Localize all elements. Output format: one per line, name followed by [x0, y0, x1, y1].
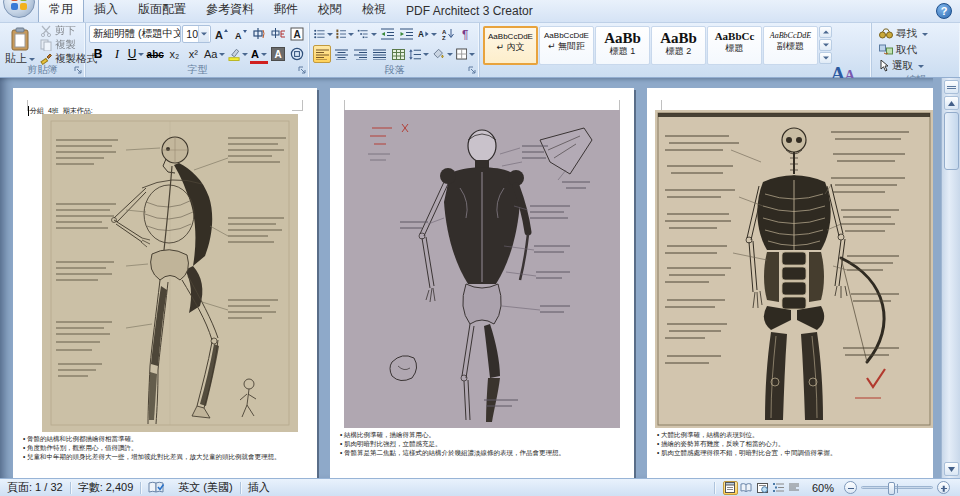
print-layout-view-button[interactable] [723, 481, 738, 495]
caption-line: • 大體比例準確，結構的表現到位。 [657, 430, 943, 439]
spellcheck-status[interactable] [141, 481, 171, 494]
replace-button[interactable]: 取代 [879, 42, 957, 57]
zoom-level[interactable]: 60% [812, 482, 834, 494]
styles-scroll-down-button[interactable] [819, 39, 832, 51]
svg-text:A: A [293, 29, 300, 40]
decrease-indent-button[interactable] [379, 25, 397, 43]
tab-home[interactable]: 常用 [38, 0, 84, 23]
caption-line: • 描繪的姿勢算有難度，反映了相當的心力。 [657, 439, 943, 448]
vertical-scrollbar[interactable] [941, 78, 960, 478]
tab-pdf-architect[interactable]: PDF Architect 3 Creator [396, 1, 543, 22]
split-handle-button[interactable] [944, 80, 959, 94]
draft-view-button[interactable] [787, 481, 802, 495]
align-right-button[interactable] [351, 45, 369, 63]
scrollbar-thumb[interactable] [944, 112, 959, 170]
split-handle-icon [947, 86, 956, 89]
styles-group: AaBbCcDdE↵ 內文 AaBbCcDdE↵ 無間距 AaBb標題 1 Aa… [480, 23, 872, 77]
show-paragraph-marks-button[interactable]: ¶ [458, 25, 476, 43]
tab-view[interactable]: 檢視 [352, 0, 396, 22]
page-indicator[interactable]: 頁面: 1 / 32 [0, 480, 70, 495]
office-button[interactable] [3, 0, 35, 18]
paste-button[interactable]: 貼上 [3, 25, 37, 63]
change-case-button[interactable]: Aa [203, 45, 226, 63]
bullets-button[interactable] [313, 25, 334, 43]
zoom-slider[interactable] [861, 486, 933, 489]
enclose-character-button[interactable] [288, 45, 306, 63]
font-name-combo[interactable]: 新細明體 (標題中文: [89, 25, 181, 43]
character-border-button[interactable]: A [288, 25, 306, 43]
character-shading-button[interactable]: A [269, 45, 287, 63]
font-color-button[interactable]: A [250, 45, 268, 63]
outline-view-button[interactable] [771, 481, 786, 495]
multilevel-list-button[interactable] [356, 25, 377, 43]
word-count[interactable]: 字數: 2,409 [71, 480, 141, 495]
zoom-in-button[interactable] [937, 481, 950, 494]
styles-gallery-more-button[interactable] [819, 52, 832, 64]
page-3[interactable]: • 大體比例準確，結構的表現到位。 • 描繪的姿勢算有難度，反映了相當的心力。 … [647, 88, 951, 478]
zoom-slider-thumb[interactable] [888, 482, 895, 495]
chevron-down-icon[interactable] [198, 26, 209, 42]
help-icon[interactable] [936, 3, 952, 19]
highlight-button[interactable] [227, 45, 249, 63]
draft-icon [789, 483, 799, 492]
han-conversion-button[interactable] [269, 25, 287, 43]
clipboard-group: 貼上 剪下 [0, 23, 86, 77]
style-heading-2[interactable]: AaBb標題 2 [651, 26, 706, 65]
clipboard-icon [10, 27, 30, 51]
sort-button[interactable]: AZ [439, 25, 457, 43]
phonetic-guide-button[interactable] [250, 25, 268, 43]
font-dialog-launcher-icon[interactable] [298, 66, 307, 75]
style-subtitle[interactable]: AaBbCcDdE副標題 [763, 26, 818, 65]
borders-button[interactable] [455, 45, 476, 63]
scissors-icon [40, 25, 52, 37]
view-shortcuts [723, 481, 802, 495]
tab-mailings[interactable]: 郵件 [264, 0, 308, 22]
tab-page-layout[interactable]: 版面配置 [128, 0, 196, 22]
style-title[interactable]: AaBbCc標題 [707, 26, 762, 65]
numbering-button[interactable] [335, 25, 356, 43]
font-size-combo[interactable]: 10 [182, 25, 211, 43]
insert-mode-indicator[interactable]: 插入 [241, 480, 277, 495]
asian-layout-button[interactable]: A [417, 25, 438, 43]
italic-button[interactable]: I [108, 45, 126, 63]
fullscreen-reading-view-button[interactable] [739, 481, 754, 495]
tab-review[interactable]: 校閱 [308, 0, 352, 22]
increase-indent-button[interactable] [398, 25, 416, 43]
web-layout-view-button[interactable] [755, 481, 770, 495]
strikethrough-button[interactable]: abc [146, 45, 164, 63]
justify-button[interactable] [370, 45, 388, 63]
tab-references[interactable]: 參考資料 [196, 0, 264, 22]
shrink-font-button[interactable]: A [231, 25, 249, 43]
subscript-button[interactable]: x₂ [165, 45, 183, 63]
scroll-up-button[interactable] [944, 96, 959, 110]
ribbon-body: 貼上 剪下 [0, 22, 960, 78]
language-indicator[interactable]: 英文 (美國) [171, 480, 239, 495]
line-spacing-button[interactable] [408, 45, 430, 63]
tab-insert[interactable]: 插入 [84, 0, 128, 22]
grow-font-button[interactable]: A [212, 25, 230, 43]
bold-button[interactable]: B [89, 45, 107, 63]
distributed-button[interactable] [389, 45, 407, 63]
styles-scroll-up-button[interactable] [819, 26, 832, 38]
clipboard-dialog-launcher-icon[interactable] [74, 66, 83, 75]
paragraph-dialog-launcher-icon[interactable] [468, 66, 477, 75]
find-button[interactable]: 尋找 [879, 26, 957, 41]
select-button[interactable]: 選取 [879, 58, 957, 73]
superscript-button[interactable]: x² [184, 45, 202, 63]
scroll-down-button[interactable] [944, 462, 959, 476]
paragraph-group: A AZ ¶ 段落 [310, 23, 480, 77]
style-normal[interactable]: AaBbCcDdE↵ 內文 [483, 26, 538, 65]
page-2[interactable]: • 結構比例準確，描繪得算用心。 • 肌肉明暗對比強烈，立體感充足。 • 骨骼算… [330, 88, 634, 478]
office-logo-icon [11, 0, 27, 10]
align-left-button[interactable] [313, 45, 331, 63]
underline-button[interactable]: U [127, 45, 145, 63]
style-no-spacing[interactable]: AaBbCcDdE↵ 無間距 [539, 26, 594, 65]
shading-button[interactable] [431, 45, 453, 63]
ribbon: 常用 插入 版面配置 參考資料 郵件 校閱 檢視 PDF Architect 3… [0, 0, 960, 78]
page-3-captions: • 大體比例準確，結構的表現到位。 • 描繪的姿勢算有難度，反映了相當的心力。 … [657, 430, 943, 457]
zoom-out-button[interactable] [844, 481, 857, 494]
style-heading-1[interactable]: AaBb標題 1 [595, 26, 650, 65]
document-area[interactable]: 分組_4班_期末作品: [0, 78, 960, 478]
page-1[interactable]: 分組_4班_期末作品: [13, 88, 317, 478]
align-center-button[interactable] [332, 45, 350, 63]
